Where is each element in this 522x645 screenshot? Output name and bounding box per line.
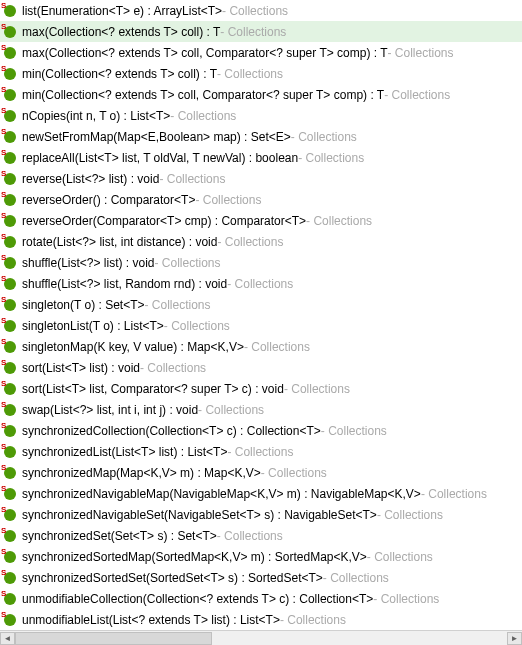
method-public-icon: S: [2, 24, 18, 40]
completion-item[interactable]: SsynchronizedSet(Set<T> s) : Set<T> - Co…: [0, 525, 522, 546]
static-badge: S: [1, 212, 8, 221]
method-public-icon: S: [2, 591, 18, 607]
completion-item[interactable]: Sreverse(List<?> list) : void - Collecti…: [0, 168, 522, 189]
static-badge: S: [1, 233, 8, 242]
static-badge: S: [1, 611, 8, 620]
completion-item[interactable]: SreplaceAll(List<T> list, T oldVal, T ne…: [0, 147, 522, 168]
static-badge: S: [1, 44, 8, 53]
completion-item[interactable]: Smax(Collection<? extends T> coll, Compa…: [0, 42, 522, 63]
method-public-icon: S: [2, 150, 18, 166]
static-badge: S: [1, 317, 8, 326]
completion-item[interactable]: SsynchronizedNavigableSet(NavigableSet<T…: [0, 504, 522, 525]
completion-item[interactable]: Smin(Collection<? extends T> coll, Compa…: [0, 84, 522, 105]
scroll-thumb[interactable]: [15, 632, 212, 645]
completion-item[interactable]: SsingletonMap(K key, V value) : Map<K,V>…: [0, 336, 522, 357]
method-signature: singleton(T o) : Set<T>: [22, 298, 145, 312]
method-public-icon: S: [2, 465, 18, 481]
declaring-class: - Collections: [280, 613, 346, 627]
declaring-class: - Collections: [291, 130, 357, 144]
declaring-class: - Collections: [164, 319, 230, 333]
completion-item[interactable]: Ssort(List<T> list, Comparator<? super T…: [0, 378, 522, 399]
static-badge: S: [1, 569, 8, 578]
method-public-icon: S: [2, 381, 18, 397]
declaring-class: - Collections: [284, 382, 350, 396]
method-public-icon: S: [2, 66, 18, 82]
declaring-class: - Collections: [373, 592, 439, 606]
static-badge: S: [1, 464, 8, 473]
method-signature: nCopies(int n, T o) : List<T>: [22, 109, 170, 123]
method-signature: synchronizedMap(Map<K,V> m) : Map<K,V>: [22, 466, 261, 480]
method-signature: synchronizedSortedSet(SortedSet<T> s) : …: [22, 571, 323, 585]
completion-item[interactable]: Sshuffle(List<?> list) : void - Collecti…: [0, 252, 522, 273]
completion-item[interactable]: Sswap(List<?> list, int i, int j) : void…: [0, 399, 522, 420]
static-badge: S: [1, 401, 8, 410]
completion-item[interactable]: SsynchronizedList(List<T> list) : List<T…: [0, 441, 522, 462]
completion-item[interactable]: SreverseOrder(Comparator<T> cmp) : Compa…: [0, 210, 522, 231]
declaring-class: - Collections: [384, 88, 450, 102]
method-public-icon: S: [2, 549, 18, 565]
declaring-class: - Collections: [220, 25, 286, 39]
completion-item[interactable]: SunmodifiableList(List<? extends T> list…: [0, 609, 522, 630]
method-signature: reverse(List<?> list) : void: [22, 172, 159, 186]
method-signature: max(Collection<? extends T> coll) : T: [22, 25, 220, 39]
completion-item[interactable]: SnewSetFromMap(Map<E,Boolean> map) : Set…: [0, 126, 522, 147]
completion-item[interactable]: Sshuffle(List<?> list, Random rnd) : voi…: [0, 273, 522, 294]
completion-item[interactable]: Ssort(List<T> list) : void - Collections: [0, 357, 522, 378]
completion-item[interactable]: Slist(Enumeration<T> e) : ArrayList<T> -…: [0, 0, 522, 21]
declaring-class: - Collections: [217, 67, 283, 81]
scroll-left-button[interactable]: ◄: [0, 632, 15, 645]
completion-item[interactable]: Smin(Collection<? extends T> coll) : T -…: [0, 63, 522, 84]
scroll-track[interactable]: [15, 632, 507, 645]
method-signature: newSetFromMap(Map<E,Boolean> map) : Set<…: [22, 130, 291, 144]
completion-item[interactable]: Srotate(List<?> list, int distance) : vo…: [0, 231, 522, 252]
method-signature: min(Collection<? extends T> coll) : T: [22, 67, 217, 81]
declaring-class: - Collections: [367, 550, 433, 564]
static-badge: S: [1, 65, 8, 74]
method-public-icon: S: [2, 318, 18, 334]
method-public-icon: S: [2, 612, 18, 628]
declaring-class: - Collections: [140, 361, 206, 375]
method-public-icon: S: [2, 3, 18, 19]
completion-item[interactable]: SsynchronizedSortedMap(SortedMap<K,V> m)…: [0, 546, 522, 567]
declaring-class: - Collections: [222, 4, 288, 18]
declaring-class: - Collections: [198, 403, 264, 417]
static-badge: S: [1, 254, 8, 263]
method-signature: max(Collection<? extends T> coll, Compar…: [22, 46, 388, 60]
method-public-icon: S: [2, 234, 18, 250]
completion-item[interactable]: SnCopies(int n, T o) : List<T> - Collect…: [0, 105, 522, 126]
method-signature: shuffle(List<?> list, Random rnd) : void: [22, 277, 227, 291]
horizontal-scrollbar[interactable]: ◄ ►: [0, 630, 522, 645]
static-badge: S: [1, 23, 8, 32]
completion-item[interactable]: SunmodifiableCollection(Collection<? ext…: [0, 588, 522, 609]
completion-item[interactable]: SreverseOrder() : Comparator<T> - Collec…: [0, 189, 522, 210]
method-public-icon: S: [2, 192, 18, 208]
method-public-icon: S: [2, 108, 18, 124]
method-signature: synchronizedSet(Set<T> s) : Set<T>: [22, 529, 217, 543]
completion-item[interactable]: Smax(Collection<? extends T> coll) : T -…: [0, 21, 522, 42]
completion-item[interactable]: SsingletonList(T o) : List<T> - Collecti…: [0, 315, 522, 336]
static-badge: S: [1, 422, 8, 431]
static-badge: S: [1, 275, 8, 284]
method-public-icon: S: [2, 171, 18, 187]
completion-item[interactable]: Ssingleton(T o) : Set<T> - Collections: [0, 294, 522, 315]
method-public-icon: S: [2, 444, 18, 460]
completion-item[interactable]: SsynchronizedSortedSet(SortedSet<T> s) :…: [0, 567, 522, 588]
method-signature: synchronizedSortedMap(SortedMap<K,V> m) …: [22, 550, 367, 564]
method-signature: unmodifiableList(List<? extends T> list)…: [22, 613, 280, 627]
method-public-icon: S: [2, 45, 18, 61]
declaring-class: - Collections: [159, 172, 225, 186]
static-badge: S: [1, 380, 8, 389]
scroll-right-button[interactable]: ►: [507, 632, 522, 645]
method-public-icon: S: [2, 339, 18, 355]
static-badge: S: [1, 170, 8, 179]
method-signature: min(Collection<? extends T> coll, Compar…: [22, 88, 384, 102]
completion-item[interactable]: SsynchronizedCollection(Collection<T> c)…: [0, 420, 522, 441]
declaring-class: - Collections: [195, 193, 261, 207]
method-signature: sort(List<T> list) : void: [22, 361, 140, 375]
method-signature: singletonList(T o) : List<T>: [22, 319, 164, 333]
completion-item[interactable]: SsynchronizedMap(Map<K,V> m) : Map<K,V> …: [0, 462, 522, 483]
declaring-class: - Collections: [145, 298, 211, 312]
completion-item[interactable]: SsynchronizedNavigableMap(NavigableMap<K…: [0, 483, 522, 504]
method-public-icon: S: [2, 528, 18, 544]
static-badge: S: [1, 485, 8, 494]
